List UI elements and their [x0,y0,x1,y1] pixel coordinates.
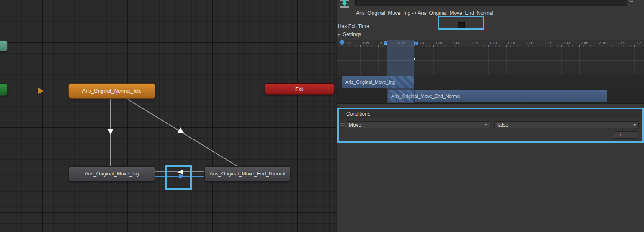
add-icon[interactable] [636,0,640,2]
transition-region-band[interactable] [387,40,414,103]
playhead-line[interactable] [342,45,342,102]
tick-label: 0:25 [435,41,442,45]
settings-foldout[interactable]: Settings [343,31,361,37]
ruler-tick [616,45,616,47]
ruler-tick [634,45,635,47]
tick-label: 2:15 [617,41,625,45]
state-node-label: Aris_Original_Move_Ing [85,171,139,177]
transition-idle-to-moveend[interactable] [127,99,237,166]
transition-name-field[interactable] [355,0,627,6]
tick-label: 2:2 [636,41,641,45]
timeline-ruler[interactable]: 0:00 0:05 0:10 0:15 0:20 0:25 1:00 1:05 … [337,40,644,47]
state-machine-graph[interactable]: Aris_Original_Normal_Idle Exit Aris_Orig… [0,0,336,232]
condition-parameter-dropdown[interactable]: Move ▼ [346,121,490,128]
state-node-label: Aris_Original_Move_End_Normal [209,171,285,177]
chevron-down-icon: ▼ [484,123,488,127]
transition-arrow-icon [38,88,44,94]
state-node-label: Aris_Original_Normal_Idle [82,88,141,94]
timeline-bottom-edge [337,103,644,104]
divider [337,20,644,20]
conditions-panel: Conditions Move ▼ false ▼ + − [337,108,644,143]
animator-window: Aris_Original_Normal_Idle Exit Aris_Orig… [0,0,644,232]
tick-label: 2:10 [599,41,607,45]
drag-handle-icon[interactable] [340,123,345,126]
ruler-tick [598,45,598,47]
state-node-move-ing[interactable]: Aris_Original_Move_Ing [69,166,155,181]
ruler-tick [360,45,361,47]
ruler-tick [378,45,379,47]
any-state-node-partial[interactable] [0,40,8,51]
foldout-caret-icon[interactable]: ▶ [338,32,341,37]
ruler-tick [452,45,452,47]
remove-condition-button[interactable]: − [626,132,638,138]
condition-value: false [497,122,508,128]
clip-move-end-normal[interactable]: Aris_Original_Move_End_Normal [388,90,607,102]
state-node-move-end-normal[interactable]: Aris_Original_Move_End_Normal [204,166,291,181]
preset-icon[interactable] [629,0,633,2]
ruler-tick [470,45,470,47]
transition-start-handle[interactable] [384,41,387,45]
transition-title: Aris_Original_Move_Ing -> Aris_Original_… [356,10,493,16]
tick-label: 1:00 [453,41,460,45]
ruler-minor-ticks [342,45,639,47]
tick-label: 0:05 [362,41,369,45]
tutorial-highlight-has-exit-time [438,16,484,30]
transition-arrow-icon [107,129,113,135]
condition-value-dropdown[interactable]: false ▼ [494,121,639,128]
ruler-tick [506,45,507,47]
tick-label: 1:25 [544,41,552,45]
add-condition-button[interactable]: + [614,132,626,138]
curve-row-separator [337,60,644,61]
ruler-tick [488,45,489,47]
tick-label: 1:10 [489,41,497,45]
entry-node-partial[interactable] [0,83,8,96]
transition-entry-to-idle[interactable] [8,88,69,94]
state-node-normal-idle[interactable]: Aris_Original_Normal_Idle [68,83,155,99]
tick-label: 1:05 [471,41,479,45]
tick-label: 2:05 [581,41,588,45]
condition-parameter-value: Move [349,122,361,128]
playhead-pin-icon[interactable] [339,40,345,46]
tick-label: 2:00 [562,41,570,45]
tick-label: 1:20 [526,41,534,45]
tick-label: 1:15 [508,41,515,45]
inspector-panel: Aris_Original_Move_Ing -> Aris_Original_… [337,0,644,232]
transition-icon [339,0,350,10]
ruler-tick [433,45,434,47]
state-node-exit[interactable]: Exit [265,83,334,95]
conditions-list-buttons: + − [614,131,638,139]
tutorial-highlight-transition [165,165,192,190]
state-node-label: Exit [295,86,304,92]
transition-end-arrow-icon[interactable] [415,41,418,46]
transition-idle-to-moveing[interactable] [107,99,113,166]
conditions-title: Conditions [346,111,370,117]
ruler-tick [525,45,525,47]
transition-wires [0,0,336,232]
conditions-header: Conditions [339,109,642,119]
ruler-tick [579,45,580,47]
ruler-tick [543,45,543,47]
has-exit-time-label: Has Exit Time [338,23,369,29]
chevron-down-icon: ▼ [633,123,636,127]
blend-curve-line [342,59,597,59]
transition-arrow-icon [177,127,186,136]
ruler-tick [561,45,562,47]
transition-timeline[interactable]: 0:00 0:05 0:10 0:15 0:20 0:25 1:00 1:05 … [337,40,644,104]
